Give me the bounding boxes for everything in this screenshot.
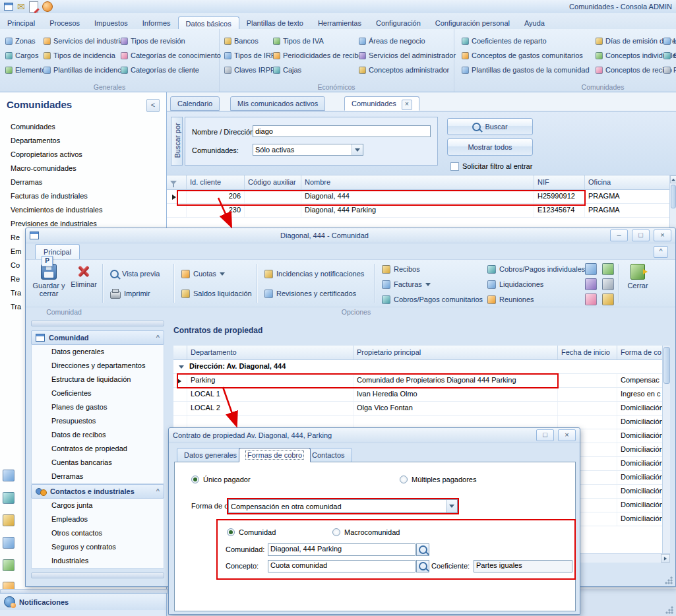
tab-configuracion[interactable]: Configuración — [369, 16, 428, 29]
ribbon-item-bancos[interactable]: Bancos — [224, 34, 280, 48]
nav-item-direcciones[interactable]: Direcciones y departamentos — [32, 359, 164, 373]
contract-tab-formas-cobro[interactable]: Formas de cobro — [239, 448, 311, 462]
cobros-comunitarios-button[interactable]: Cobros/Pagos comunitarios — [379, 292, 485, 307]
scrollbar-thumb[interactable] — [671, 185, 676, 208]
ribbon-item-res[interactable]: Res — [663, 63, 676, 77]
nav-item-planes-gastos[interactable]: Planes de gastos — [32, 400, 164, 414]
nav-item-industriales[interactable]: Industriales — [32, 554, 164, 568]
nav-item-seguros[interactable]: Seguros y contratos — [32, 540, 164, 554]
cobros-individuales-button[interactable]: Cobros/Pagos individuales — [485, 262, 588, 276]
collapse-section-icon[interactable]: ^ — [156, 334, 160, 342]
group-row-direccion[interactable]: Dirección: Av. Diagonal, 444 — [173, 360, 662, 374]
single-payer-radio[interactable] — [191, 476, 199, 483]
nav-section-comunidad[interactable]: Comunidad ^ — [31, 330, 164, 345]
ribbon-item-plantillas-incidencia[interactable]: Plantillas de incidencia — [44, 63, 127, 77]
ribbon-item-categorias-cliente[interactable]: Categorías de cliente — [121, 63, 221, 77]
nav-item-estructura[interactable]: Estructura de liquidación — [32, 373, 164, 386]
nav-splitter-top[interactable] — [31, 321, 164, 326]
piggybank-tool-icon[interactable] — [585, 293, 597, 305]
ribbon-item-servicios-administrador[interactable]: Servicios del administrador — [359, 48, 456, 63]
dialog-resize-grip[interactable] — [664, 576, 673, 584]
ribbon-item-cargos[interactable]: Cargos — [5, 48, 49, 63]
doc-tab-comunicados[interactable]: Mis comunicados activos — [230, 96, 325, 111]
ribbon-item-periodicidades[interactable]: Periodicidades de recibo — [273, 48, 362, 63]
concept-lookup-button[interactable] — [416, 560, 429, 572]
nav-section-contactos[interactable]: Contactos e industriales ^ — [31, 484, 164, 499]
tab-procesos[interactable]: Procesos — [42, 16, 87, 29]
sidebar-item-derramas[interactable]: Derramas — [11, 175, 42, 189]
incidencias-button[interactable]: Incidencias y notificaciones — [262, 265, 367, 282]
marker-column-header[interactable] — [173, 346, 187, 359]
sidebar-item-partial-5[interactable]: Tra — [11, 286, 21, 299]
delete-button[interactable]: Eliminar — [68, 261, 100, 288]
ribbon-item-con[interactable]: Con — [663, 48, 676, 63]
sidebar-item-partial-4[interactable]: Re — [11, 272, 20, 286]
reuniones-button[interactable]: Reuniones — [485, 292, 537, 307]
ribbon-item-servicios-industrial[interactable]: Servicios del industrial — [44, 34, 127, 48]
communities-filter-select[interactable]: Sólo activas — [253, 144, 363, 156]
sidebar-item-partial-1[interactable]: Re — [11, 231, 20, 244]
building-tool-icon[interactable] — [602, 263, 614, 275]
search-button[interactable]: Buscar — [447, 118, 533, 135]
ribbon-item-coeficientes-reparto[interactable]: Coeficientes de reparto — [462, 34, 590, 48]
saldos-button[interactable]: Saldos liquidación — [179, 285, 255, 302]
sidebar-item-comunidades[interactable]: Comunidades — [11, 120, 55, 133]
nav-item-coeficientes[interactable]: Coeficientes — [32, 386, 164, 400]
close-dialog-button[interactable]: Cerrar — [621, 261, 655, 290]
name-address-input[interactable] — [253, 125, 431, 137]
ribbon-item-conceptos-administrador[interactable]: Conceptos administrador — [359, 63, 456, 77]
print-button[interactable]: Imprimir — [108, 285, 153, 302]
community-dialog-titlebar[interactable]: Diagonal, 444 - Comunidad – □ × — [26, 228, 675, 243]
sidebar-item-partial-3[interactable]: Co — [11, 259, 20, 272]
ribbon-item-tipos-revision[interactable]: Tipos de revisión — [121, 34, 221, 48]
col-header-id-cliente[interactable]: Id. cliente — [187, 175, 245, 189]
compose-icon[interactable] — [29, 1, 38, 13]
tab-ayuda[interactable]: Ayuda — [517, 16, 552, 29]
ribbon-item-categorias-conocimiento[interactable]: Categorías de conocimiento — [121, 48, 221, 63]
tab-impuestos[interactable]: Impuestos — [87, 16, 135, 29]
cuotas-button[interactable]: Cuotas — [179, 265, 228, 282]
community-field[interactable]: Diagonal, 444 Parking — [268, 543, 415, 556]
nav-item-presupuestos[interactable]: Presupuestos — [32, 414, 164, 428]
community-radio[interactable] — [227, 528, 235, 536]
nav-pane-icon-3[interactable] — [3, 514, 15, 526]
preview-button[interactable]: Vista previa — [108, 265, 162, 282]
payment-method-select[interactable]: Compensación en otra comunidad — [228, 499, 458, 513]
multiple-payers-radio[interactable] — [400, 476, 408, 483]
cash-tool-icon[interactable] — [602, 293, 614, 305]
table-row[interactable]: 206 Diagonal, 444 H25990912 PRAGMA — [167, 190, 669, 204]
doc-tab-calendario[interactable]: Calendario — [170, 96, 220, 111]
table-row[interactable]: 230 Diagonal, 444 Parking E12345674 PRAG… — [167, 204, 669, 218]
liquidaciones-button[interactable]: Liquidaciones — [485, 277, 546, 292]
pen-tool-icon[interactable] — [585, 278, 597, 290]
table-row[interactable]: Parking Comunidad de Propietarios Diagon… — [173, 374, 662, 388]
nav-pane-icon-5[interactable] — [3, 559, 15, 571]
scroll-right-icon[interactable] — [661, 554, 670, 563]
ribbon-item-cajas[interactable]: Cajas — [273, 63, 362, 77]
nav-pane-icon-1[interactable] — [3, 470, 15, 481]
col-header-fecha-inicio[interactable]: Fecha de inicio — [558, 346, 617, 359]
nav-splitter-bottom[interactable] — [31, 572, 164, 578]
calculator-tool-icon[interactable] — [602, 278, 614, 290]
macrocommunity-radio[interactable] — [332, 528, 340, 536]
community-lookup-button[interactable] — [416, 543, 429, 556]
ribbon-item-claves-irpf[interactable]: Claves IRPF — [224, 63, 280, 77]
tab-datos-basicos[interactable]: Datos básicos — [178, 16, 239, 30]
show-all-button[interactable]: Mostrar todos — [447, 139, 533, 156]
dropdown-arrow-icon[interactable] — [446, 500, 457, 512]
request-filter-checkbox[interactable] — [450, 162, 459, 171]
coefficient-field[interactable]: Partes iguales — [474, 560, 572, 572]
nav-item-contratos-propiedad[interactable]: Contratos de propiedad — [32, 442, 164, 456]
window-resize-grip[interactable] — [665, 605, 673, 614]
nav-pane-icon-4[interactable] — [3, 537, 15, 549]
notifications-bar[interactable]: Notificaciones — [0, 593, 167, 610]
sidebar-item-partial-6[interactable]: Tra — [11, 300, 21, 313]
ribbon-item-tipos-incidencia[interactable]: Tipos de incidencia — [44, 48, 127, 63]
col-header-departamento[interactable]: Departamento — [187, 346, 353, 359]
ribbon-item-tipos-iva[interactable]: Tipos de IVA — [273, 34, 362, 48]
nav-item-empleados[interactable]: Empleados — [32, 512, 164, 526]
close-button[interactable]: × — [654, 230, 671, 241]
sidebar-collapse-button[interactable]: < — [146, 99, 160, 112]
ribbon-item-plantillas-gastos[interactable]: Plantillas de gastos de la comunidad — [462, 63, 590, 77]
tab-informes[interactable]: Informes — [135, 16, 178, 29]
